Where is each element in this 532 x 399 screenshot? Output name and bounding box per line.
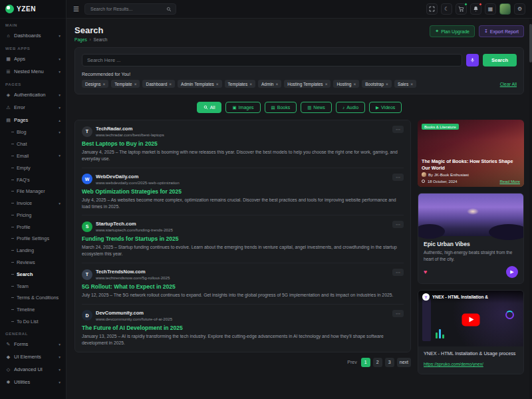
result-url[interactable]: www.devcommunity.com/future-of-ai-2025 xyxy=(96,317,172,321)
remove-tag-icon[interactable]: × xyxy=(353,82,356,86)
video-link[interactable]: https://spruko.com/demo/ynex/ xyxy=(424,362,483,366)
sidebar-item-authentication[interactable]: ◈ Authentication ▾ xyxy=(0,88,66,101)
sidebar-item-invoice[interactable]: Invoice▾ xyxy=(0,198,66,209)
sidebar-item-advanced-ui[interactable]: ◇ Advanced UI ▾ xyxy=(0,363,66,376)
global-search-input[interactable] xyxy=(89,6,164,12)
remove-tag-icon[interactable]: × xyxy=(386,82,388,86)
sidebar-item-apps[interactable]: ▦ Apps ▾ xyxy=(0,53,66,65)
fullscreen-button[interactable] xyxy=(426,3,438,15)
global-search[interactable] xyxy=(84,3,176,15)
category-badge[interactable]: Books & Literature xyxy=(422,124,459,130)
sidebar-item-reviews[interactable]: Reviews xyxy=(0,257,66,269)
sidebar-item-search[interactable]: Search xyxy=(0,268,66,280)
filter-all-button[interactable]: All xyxy=(197,102,222,113)
result-title-link[interactable]: Funding Trends for Startups in 2025 xyxy=(82,235,404,242)
play-track-button[interactable]: ▶ xyxy=(506,266,518,278)
theme-toggle-button[interactable]: ☾ xyxy=(441,3,452,15)
video-thumbnail[interactable]: Y YNEX - HTML Installation & xyxy=(418,291,523,346)
sidebar-item-file-manager[interactable]: File Manager xyxy=(0,186,66,198)
remove-tag-icon[interactable]: × xyxy=(216,82,219,86)
sidebar-item-terms-conditions[interactable]: Terms & Conditions xyxy=(0,292,66,304)
read-more-link[interactable]: Read More xyxy=(499,179,520,184)
tag-sales[interactable]: Sales× xyxy=(394,80,416,88)
sidebar-item-timeline[interactable]: Timeline xyxy=(0,304,66,316)
voice-search-button[interactable] xyxy=(466,54,479,66)
sidebar-item-team[interactable]: Team xyxy=(0,280,66,292)
sidebar-item-pages[interactable]: ▤ Pages ▴ xyxy=(0,114,66,126)
cart-button[interactable] xyxy=(456,3,467,15)
search-button[interactable]: Search xyxy=(483,54,517,66)
tag-template[interactable]: Template× xyxy=(111,80,140,88)
sidebar-item-landing[interactable]: Landing xyxy=(0,245,66,257)
tag-designs[interactable]: Designs× xyxy=(82,80,108,88)
sidebar-item-utilities[interactable]: ✱ Utilities ▾ xyxy=(0,376,66,388)
pagination-page-1[interactable]: 1 xyxy=(361,358,370,367)
tag-hosting[interactable]: Hosting× xyxy=(333,80,359,88)
sidebar-item-to-do-list[interactable]: To Do List xyxy=(0,316,66,328)
remove-tag-icon[interactable]: × xyxy=(325,82,328,86)
tag-admin[interactable]: Admin× xyxy=(258,80,281,88)
tag-templates[interactable]: Templates× xyxy=(225,80,255,88)
filter-audio-button[interactable]: ♪Audio xyxy=(336,102,365,113)
pagination-page-3[interactable]: 3 xyxy=(385,358,394,367)
sidebar-item-chat[interactable]: Chat xyxy=(0,138,66,150)
tag-bootstrap[interactable]: Bootstrap× xyxy=(362,80,392,88)
notifications-button[interactable] xyxy=(470,3,481,15)
apps-launcher-button[interactable]: ▦ xyxy=(485,3,496,15)
sidebar-item-profile[interactable]: Profile xyxy=(0,221,66,233)
menu-toggle-icon[interactable]: ☰ xyxy=(73,6,79,13)
sidebar-item-dashboards[interactable]: ⌂ Dashboards ▾ xyxy=(0,29,66,42)
filter-videos-button[interactable]: ▶Videos xyxy=(369,102,402,113)
music-cover-image[interactable] xyxy=(418,194,523,236)
sidebar-item-profile-settings[interactable]: Profile Settings xyxy=(0,233,66,245)
remove-tag-icon[interactable]: × xyxy=(102,82,105,86)
sidebar-item-forms[interactable]: ✎ Forms ▾ xyxy=(0,338,66,350)
tag-admin-templates[interactable]: Admin Templates× xyxy=(178,80,222,88)
tag-hosting-templates[interactable]: Hosting Templates× xyxy=(284,80,331,88)
filter-images-button[interactable]: ▣Images xyxy=(225,102,260,113)
filter-news-button[interactable]: ▥News xyxy=(301,102,332,113)
result-options-button[interactable]: ⋯ xyxy=(392,269,404,276)
remove-tag-icon[interactable]: × xyxy=(275,82,278,86)
breadcrumb-parent[interactable]: Pages xyxy=(74,37,87,42)
sidebar-item-blog[interactable]: Blog▾ xyxy=(0,126,66,138)
sidebar-item-nested-menu[interactable]: ☰ Nested Menu ▾ xyxy=(0,65,66,78)
sidebar-item-email[interactable]: Email▾ xyxy=(0,150,66,162)
result-url[interactable]: www.webdevdaily.com/2025-web-optimizatio… xyxy=(96,180,180,185)
result-options-button[interactable]: ⋯ xyxy=(392,126,404,133)
featured-article-card[interactable]: Books & Literature The Magic of Books: H… xyxy=(418,120,524,187)
sidebar-item-error[interactable]: ⚠ Error ▾ xyxy=(0,101,66,114)
sidebar-item-ui-elements[interactable]: ◆ UI Elements ▾ xyxy=(0,350,66,363)
settings-button[interactable]: ⚙ xyxy=(514,3,525,15)
export-report-button[interactable]: ↧ Export Report xyxy=(479,25,524,37)
pagination-page-2[interactable]: 2 xyxy=(373,358,382,367)
remove-tag-icon[interactable]: × xyxy=(169,82,172,86)
result-options-button[interactable]: ⋯ xyxy=(392,174,404,181)
result-url[interactable]: www.techtrendsnow.com/5g-rollout-2025 xyxy=(96,275,170,280)
result-title-link[interactable]: Web Optimization Strategies for 2025 xyxy=(82,188,404,195)
tag-dashboard[interactable]: Dashboard× xyxy=(142,80,175,88)
result-options-button[interactable]: ⋯ xyxy=(392,221,404,228)
search-input[interactable] xyxy=(82,54,462,66)
pagination-prev[interactable]: Prev xyxy=(347,360,356,364)
pagination-next[interactable]: next xyxy=(397,358,411,367)
clear-all-link[interactable]: Clear All xyxy=(500,82,517,86)
remove-tag-icon[interactable]: × xyxy=(134,82,137,86)
result-title-link[interactable]: Best Laptops to Buy in 2025 xyxy=(82,140,404,147)
profile-avatar[interactable] xyxy=(499,3,511,15)
result-title-link[interactable]: 5G Rollout: What to Expect in 2025 xyxy=(82,283,404,290)
plan-upgrade-button[interactable]: ✦ Plan Upgrade xyxy=(430,25,475,37)
like-heart-icon[interactable]: ♥ xyxy=(424,269,427,275)
result-title-link[interactable]: The Future of AI Development in 2025 xyxy=(82,325,404,331)
brand[interactable]: YZEN xyxy=(0,0,66,19)
scrollbar-thumb[interactable] xyxy=(529,24,532,63)
filter-books-button[interactable]: ▤Books xyxy=(265,102,297,113)
sidebar-item-empty[interactable]: Empty xyxy=(0,162,66,174)
youtube-play-button[interactable] xyxy=(462,313,480,326)
remove-tag-icon[interactable]: × xyxy=(410,82,413,86)
sidebar-item-pricing[interactable]: Pricing xyxy=(0,209,66,221)
result-url[interactable]: www.techradar.com/best/best-laptops xyxy=(96,132,164,137)
remove-tag-icon[interactable]: × xyxy=(249,82,252,86)
result-url[interactable]: www.startuptech.com/funding-trends-2025 xyxy=(96,227,173,232)
sidebar-item-faqs[interactable]: FAQ's xyxy=(0,174,66,186)
